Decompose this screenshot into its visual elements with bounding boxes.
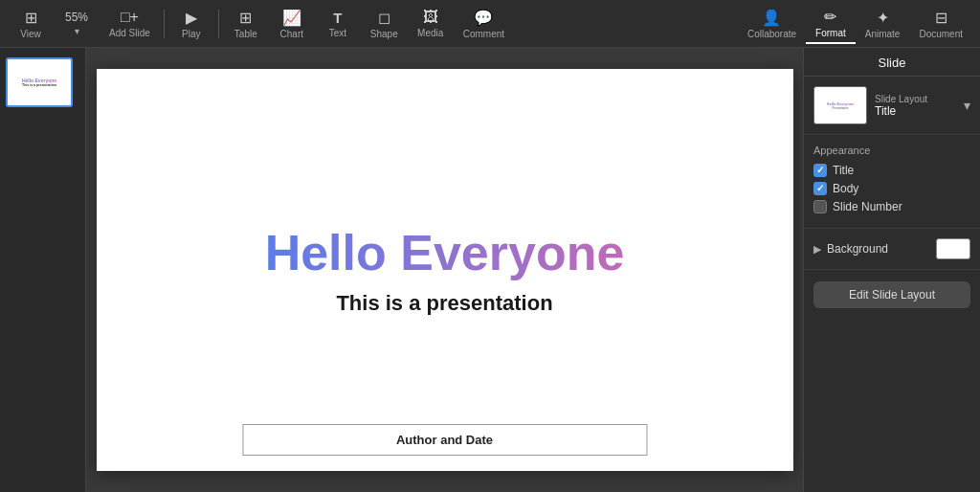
toolbar-play[interactable]: ▶ Play [168, 5, 214, 43]
toolbar-format[interactable]: ✏ Format [806, 4, 856, 44]
layout-thumbnail: Hello Everyone Presentation [813, 86, 867, 124]
toolbar-shape-label: Shape [370, 29, 398, 39]
slide-canvas[interactable]: Hello Everyone This is a presentation Au… [97, 69, 793, 471]
background-color-swatch[interactable] [936, 238, 970, 259]
slide-thumb-sub: This is a presentation [22, 83, 56, 87]
appearance-slide-number-row[interactable]: Slide Number [813, 200, 970, 213]
slide-title[interactable]: Hello Everyone [265, 224, 625, 281]
layout-chevron-icon: ▾ [964, 98, 970, 113]
body-checkbox[interactable]: ✓ [813, 182, 827, 195]
right-panel: Slide Hello Everyone Presentation Slide … [803, 48, 980, 492]
comment-icon: 💬 [474, 9, 493, 27]
body-checkbox-check-icon: ✓ [816, 184, 824, 193]
layout-section: Hello Everyone Presentation Slide Layout… [804, 77, 980, 135]
toolbar-document-label: Document [919, 29, 963, 39]
toolbar-divider-1 [164, 10, 165, 38]
background-label: Background [827, 242, 930, 256]
toolbar-add-slide[interactable]: □+ Add Slide [100, 5, 160, 42]
layout-thumb-sub-text: Presentation [833, 106, 849, 110]
table-icon: ⊞ [239, 9, 252, 27]
background-row[interactable]: ▶ Background [813, 238, 970, 259]
toolbar-chart[interactable]: 📈 Chart [269, 5, 315, 43]
toolbar-play-label: Play [182, 29, 200, 39]
edit-slide-layout-button[interactable]: Edit Slide Layout [813, 281, 970, 308]
slide-number-checkbox-label: Slide Number [833, 200, 902, 213]
layout-info-label: Slide Layout [875, 94, 956, 104]
animate-icon: ✦ [877, 9, 889, 27]
toolbar-format-label: Format [815, 28, 846, 38]
layout-info: Slide Layout Title [875, 94, 956, 118]
format-icon: ✏ [824, 8, 836, 26]
add-slide-icon: □+ [121, 9, 139, 26]
panel-title: Slide [804, 48, 980, 77]
toolbar-table-label: Table [234, 29, 257, 39]
zoom-value: 55% [65, 11, 88, 24]
slide-footer[interactable]: Author and Date [242, 424, 647, 456]
checkbox-check-icon: ✓ [816, 166, 824, 175]
slide-number-checkbox[interactable] [813, 200, 827, 213]
toolbar-document[interactable]: ⊟ Document [909, 5, 972, 43]
play-icon: ▶ [186, 9, 197, 27]
toolbar-right-group: 👤 Collaborate ✏ Format ✦ Animate ⊟ Docum… [738, 4, 972, 44]
toolbar-zoom[interactable]: 55% ▾ [54, 7, 100, 40]
toolbar-view[interactable]: ⊞ View [8, 5, 54, 43]
toolbar-view-label: View [20, 29, 41, 39]
view-icon: ⊞ [25, 9, 37, 27]
toolbar-text-label: Text [329, 28, 346, 38]
slide-body[interactable]: This is a presentation [336, 291, 552, 316]
text-icon: T [333, 10, 342, 26]
toolbar-media-label: Media [417, 28, 443, 38]
toolbar-media[interactable]: 🖼 Media [408, 5, 454, 42]
appearance-section: Appearance ✓ Title ✓ Body Slide Number [804, 135, 980, 229]
document-icon: ⊟ [935, 9, 947, 27]
toolbar-comment[interactable]: 💬 Comment [454, 5, 514, 43]
appearance-title-row[interactable]: ✓ Title [813, 164, 970, 177]
toolbar-collaborate[interactable]: 👤 Collaborate [738, 5, 806, 43]
appearance-body-row[interactable]: ✓ Body [813, 182, 970, 195]
title-checkbox-label: Title [833, 164, 854, 177]
toolbar-comment-label: Comment [463, 29, 504, 39]
body-checkbox-label: Body [833, 182, 858, 195]
toolbar-animate-label: Animate [865, 29, 901, 39]
slides-panel: Hello Everyone This is a presentation [0, 48, 86, 492]
background-section: ▶ Background [804, 229, 980, 270]
layout-info-value: Title [875, 104, 956, 118]
media-icon: 🖼 [423, 9, 438, 26]
toolbar: ⊞ View 55% ▾ □+ Add Slide ▶ Play ⊞ Table… [0, 0, 980, 48]
toolbar-add-slide-label: Add Slide [109, 28, 150, 38]
toolbar-divider-2 [218, 10, 219, 38]
background-chevron-icon: ▶ [813, 243, 821, 256]
canvas-area: Hello Everyone This is a presentation Au… [86, 48, 803, 492]
toolbar-table[interactable]: ⊞ Table [223, 5, 269, 43]
toolbar-shape[interactable]: ◻ Shape [361, 5, 408, 43]
slide-thumbnail-1[interactable]: Hello Everyone This is a presentation [6, 57, 73, 107]
chart-icon: 📈 [282, 9, 301, 27]
toolbar-animate[interactable]: ✦ Animate [856, 5, 910, 43]
shape-icon: ◻ [378, 9, 390, 27]
toolbar-collaborate-label: Collaborate [747, 29, 796, 39]
toolbar-text[interactable]: T Text [315, 6, 361, 42]
layout-row[interactable]: Hello Everyone Presentation Slide Layout… [813, 86, 970, 124]
collaborate-icon: 👤 [762, 9, 781, 27]
appearance-section-title: Appearance [813, 145, 970, 156]
main-area: Hello Everyone This is a presentation He… [0, 48, 980, 492]
toolbar-chart-label: Chart [280, 29, 303, 39]
zoom-chevron-icon: ▾ [75, 26, 79, 36]
title-checkbox[interactable]: ✓ [813, 164, 827, 177]
